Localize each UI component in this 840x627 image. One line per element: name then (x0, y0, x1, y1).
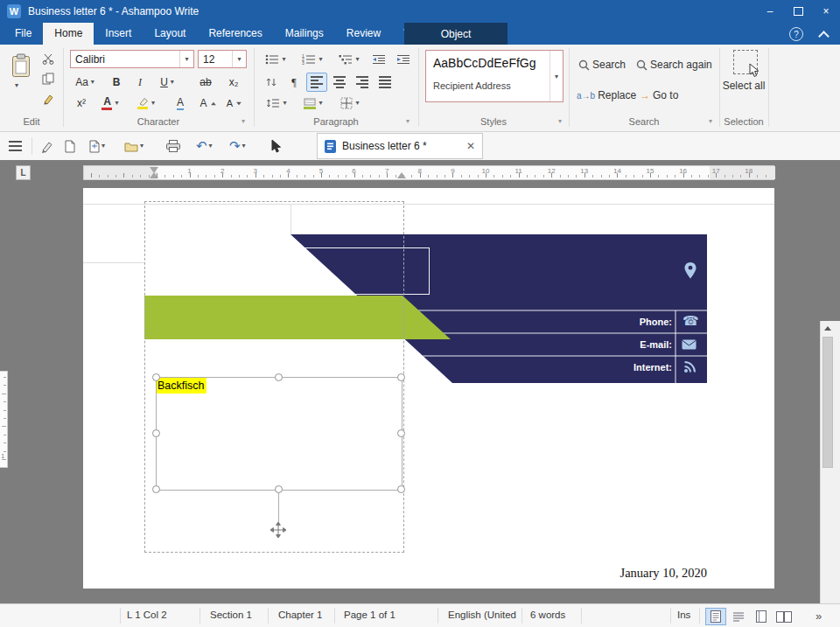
align-right-button[interactable] (352, 73, 373, 92)
selection-handle-sw[interactable] (152, 485, 160, 493)
character-dialog-launcher-icon[interactable]: ▾ (242, 117, 245, 125)
increase-indent-button[interactable] (392, 50, 415, 69)
superscript-button[interactable]: x² (70, 94, 93, 113)
selection-handle-s[interactable] (275, 485, 283, 493)
formatting-marks-button[interactable]: ¶ (284, 73, 304, 92)
horizontal-ruler[interactable]: 123456789101112131415161718 (83, 165, 774, 180)
multilevel-list-dropdown-icon[interactable]: ▾ (355, 56, 359, 63)
new-document-button[interactable]: ▾ (89, 137, 105, 155)
selection-handle-e[interactable] (397, 429, 405, 437)
redo-dropdown-icon[interactable]: ▾ (242, 143, 246, 150)
bold-button[interactable]: B (105, 73, 128, 92)
word-count-status[interactable]: 6 words (530, 610, 565, 620)
bullet-list-dropdown-icon[interactable]: ▾ (282, 56, 285, 63)
select-all-label[interactable]: Select all (719, 80, 768, 92)
cut-button[interactable] (38, 50, 58, 67)
subscript-button[interactable]: x₂ (220, 73, 247, 92)
copy-button[interactable] (38, 70, 58, 87)
borders-button[interactable]: ▾ (334, 94, 366, 113)
tab-file[interactable]: File (4, 23, 43, 45)
scroll-up-button[interactable] (821, 321, 835, 335)
vertical-ruler[interactable]: 1 (0, 371, 8, 468)
document-tab-close-icon[interactable]: ✕ (466, 140, 475, 152)
open-document-dropdown-icon[interactable]: ▾ (140, 143, 144, 150)
font-size-dropdown-icon[interactable]: ▾ (232, 51, 246, 67)
print-layout-view-button[interactable] (705, 608, 726, 625)
font-size-combo[interactable]: 12 ▾ (198, 50, 247, 68)
selection-handle-se[interactable] (397, 485, 405, 493)
styles-gallery-dropdown-icon[interactable]: ▾ (550, 51, 563, 101)
goto-button[interactable]: → Go to (637, 87, 681, 104)
vertical-scrollbar[interactable] (820, 321, 835, 627)
select-tool-button[interactable] (271, 137, 282, 155)
align-left-button[interactable] (306, 73, 327, 92)
vertical-scroll-thumb[interactable] (822, 337, 833, 468)
menu-button[interactable] (9, 137, 22, 155)
search-button[interactable]: Search (576, 56, 628, 73)
search-again-button[interactable]: Search again (634, 56, 715, 73)
paragraph-dialog-launcher-icon[interactable]: ▾ (406, 117, 410, 125)
redo-button[interactable]: ↷▾ (229, 137, 246, 155)
highlight-color-button[interactable]: ▾ (130, 94, 163, 113)
underline-button[interactable]: U▾ (152, 73, 182, 92)
print-button[interactable] (166, 137, 180, 155)
language-status[interactable]: English (United (448, 610, 516, 620)
strikethrough-button[interactable]: ab (192, 73, 219, 92)
help-icon[interactable]: ? (789, 27, 803, 41)
numbered-list-dropdown-icon[interactable]: ▾ (318, 56, 322, 63)
undo-dropdown-icon[interactable]: ▾ (209, 143, 213, 150)
tab-insert[interactable]: Insert (94, 23, 143, 45)
numbered-list-button[interactable]: 1 2 3 ▾ (298, 50, 327, 69)
selection-handle-w[interactable] (152, 429, 160, 437)
caret-position-status[interactable]: L 1 Col 2 (127, 610, 167, 620)
shrink-font-button[interactable]: A (222, 94, 247, 113)
line-spacing-dropdown-icon[interactable]: ▾ (283, 100, 286, 107)
insert-mode-status[interactable]: Ins (677, 610, 690, 620)
borders-dropdown-icon[interactable]: ▾ (355, 100, 359, 107)
page-number-status[interactable]: Page 1 of 1 (344, 610, 396, 620)
maximize-button[interactable] (784, 0, 812, 23)
status-overflow-icon[interactable]: » (816, 610, 822, 623)
tab-layout[interactable]: Layout (143, 23, 197, 45)
close-button[interactable]: × (812, 0, 840, 23)
undo-button[interactable]: ↶▾ (196, 137, 213, 155)
shading-color-button[interactable]: ▾ (298, 94, 329, 113)
select-all-button[interactable] (733, 50, 758, 74)
web-layout-view-button[interactable] (751, 608, 772, 625)
selection-handle-ne[interactable] (397, 373, 405, 381)
move-cursor-icon[interactable] (270, 522, 286, 538)
right-indent-marker[interactable] (397, 172, 406, 178)
font-name-dropdown-icon[interactable]: ▾ (179, 51, 193, 67)
font-color-button[interactable]: A ▾ (94, 94, 126, 113)
replace-button[interactable]: a→b Replace (574, 87, 639, 104)
align-center-button[interactable] (329, 73, 350, 92)
minimize-button[interactable]: – (756, 0, 784, 23)
align-justify-button[interactable] (374, 73, 396, 92)
multilevel-list-button[interactable]: ▾ (334, 50, 364, 69)
sort-button[interactable] (261, 73, 282, 92)
selection-handle-n[interactable] (275, 373, 283, 381)
styles-gallery[interactable]: AaBbCcDdEeFfGg Recipient Address ▾ (425, 50, 564, 102)
change-case-button[interactable]: Aa▾ (70, 73, 100, 92)
selected-object-outline[interactable] (156, 377, 402, 491)
line-spacing-button[interactable]: ▾ (261, 94, 292, 113)
styles-dialog-launcher-icon[interactable]: ▾ (558, 117, 562, 125)
tab-stop-selector[interactable]: L (16, 165, 31, 180)
tab-references[interactable]: References (197, 23, 273, 45)
tab-review[interactable]: Review (335, 23, 392, 45)
blank-document-button[interactable] (65, 137, 75, 155)
font-color-dropdown-icon[interactable]: ▾ (115, 100, 118, 107)
font-name-combo[interactable]: Calibri ▾ (70, 50, 194, 68)
highlight-dropdown-icon[interactable]: ▾ (151, 100, 155, 107)
search-dialog-launcher-icon[interactable]: ▾ (709, 117, 712, 125)
document-page[interactable]: Phone: E-mail: Internet: ☎ Back (83, 188, 774, 589)
document-tab[interactable]: Business letter 6 * ✕ (317, 133, 483, 159)
paste-button[interactable] (7, 50, 35, 81)
font-effects-button[interactable]: A (168, 94, 192, 113)
shading-dropdown-icon[interactable]: ▾ (318, 100, 322, 107)
paste-dropdown-icon[interactable]: ▾ (15, 82, 18, 89)
tab-home[interactable]: Home (43, 23, 94, 45)
italic-button[interactable]: I (130, 73, 150, 92)
chapter-status[interactable]: Chapter 1 (278, 610, 323, 620)
tab-mailings[interactable]: Mailings (274, 23, 335, 45)
